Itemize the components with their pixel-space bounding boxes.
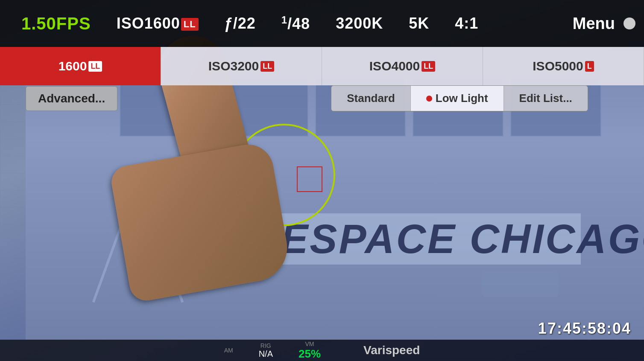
iso-item-5000[interactable]: ISO5000 L (483, 47, 644, 85)
iso-item-4000[interactable]: ISO4000 LL (322, 47, 483, 85)
bottom-bar: AM RIG N/A VM 25% Varispeed (0, 340, 644, 361)
vehicle (482, 271, 559, 297)
iso-1600-ll-badge: LL (88, 61, 102, 72)
color-temp-display[interactable]: 3200K (323, 15, 396, 32)
low-light-dot (426, 96, 432, 102)
shutter-display[interactable]: 1/48 (269, 14, 323, 33)
profile-standard[interactable]: Standard (331, 86, 411, 111)
profile-group: Standard Low Light Edit List... (331, 85, 588, 111)
iso-item-3200[interactable]: ISO3200 LL (161, 47, 322, 85)
top-hud: 1.50FPS ISO1600LL ƒ/22 1/48 3200K 5K 4:1… (0, 0, 644, 47)
menu-indicator-dot (624, 17, 635, 29)
advanced-button[interactable]: Advanced... (26, 86, 117, 111)
iso-scroll-container: 1600 LL ISO3200 LL ISO4000 LL ISO5000 L (0, 47, 644, 85)
menu-button[interactable]: Menu (573, 15, 615, 33)
structure-beam (92, 198, 133, 303)
menu-area: Menu (573, 15, 635, 33)
iso-display[interactable]: ISO1600LL (104, 15, 211, 32)
profile-bar: Advanced... Standard Low Light Edit List… (26, 85, 588, 111)
profile-edit-list[interactable]: Edit List... (504, 86, 588, 111)
bottom-am: AM (224, 347, 233, 354)
varispeed-label: Varispeed (363, 344, 420, 357)
building-sign: CINESPACE CHICAGO FIL (196, 213, 581, 265)
iso-3200-ll-badge: LL (261, 61, 274, 72)
aperture-display[interactable]: ƒ/22 (211, 15, 269, 32)
timecode-display: 17:45:58:04 (538, 320, 631, 338)
iso-item-1600[interactable]: 1600 LL (0, 47, 161, 85)
resolution-display[interactable]: 5K (396, 15, 442, 32)
fps-display[interactable]: 1.50FPS (9, 14, 104, 33)
structure-beam-2 (143, 198, 184, 303)
iso-4000-ll-badge: LL (422, 61, 435, 72)
bottom-rig: RIG N/A (259, 342, 273, 359)
iso-5000-l-badge: L (585, 61, 594, 72)
profile-low-light[interactable]: Low Light (411, 86, 504, 111)
iso-ll-badge: LL (181, 18, 199, 31)
iso-selector-bar: 1600 LL ISO3200 LL ISO4000 LL ISO5000 L (0, 47, 644, 85)
ratio-display[interactable]: 4:1 (442, 15, 491, 32)
focus-box (297, 166, 322, 192)
bottom-vm: VM 25% (299, 341, 321, 361)
